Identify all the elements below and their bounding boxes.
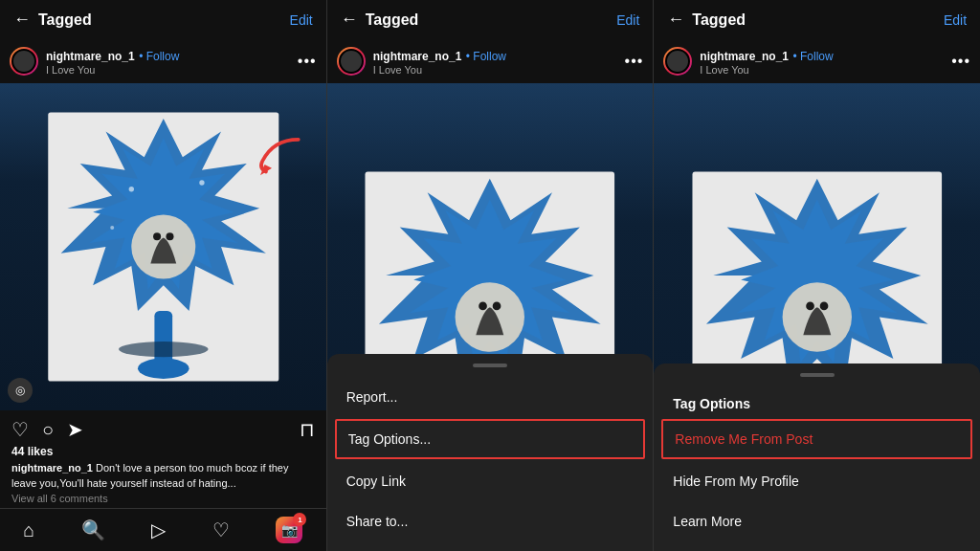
- avatar-image-3: [665, 49, 690, 74]
- learn-more-button[interactable]: Learn More: [654, 501, 980, 541]
- more-options-button-2[interactable]: •••: [625, 53, 644, 70]
- svg-point-2: [153, 232, 161, 240]
- panel-1: ← Tagged Edit nightmare_no_1 • Follow I …: [0, 0, 327, 551]
- view-comments-link[interactable]: View all 6 comments: [11, 493, 315, 504]
- like-button[interactable]: ♡: [11, 418, 29, 441]
- more-options-button-3[interactable]: •••: [951, 53, 970, 70]
- nav-reels-button[interactable]: ▷: [151, 518, 166, 541]
- share-button[interactable]: ➤: [67, 418, 83, 441]
- user-info-3: nightmare_no_1 • Follow I Love You: [700, 47, 944, 76]
- follow-button[interactable]: • Follow: [139, 50, 179, 63]
- follow-button-2[interactable]: • Follow: [466, 50, 506, 63]
- tag-options-title: Tag Options: [654, 386, 980, 417]
- panel2-header: ← Tagged Edit: [327, 0, 654, 39]
- app-container: ← Tagged Edit nightmare_no_1 • Follow I …: [0, 0, 980, 551]
- header-left: ← Tagged: [13, 10, 92, 30]
- comment-button[interactable]: ○: [42, 419, 54, 441]
- user-info: nightmare_no_1 • Follow I Love You: [46, 47, 290, 76]
- back-button-2[interactable]: ←: [341, 10, 358, 30]
- page-title: Tagged: [38, 11, 92, 29]
- username-row-2: nightmare_no_1 • Follow: [373, 47, 617, 64]
- save-button[interactable]: ⊓: [300, 418, 315, 441]
- avatar-3: [663, 47, 692, 76]
- user-info-2: nightmare_no_1 • Follow I Love You: [373, 47, 617, 76]
- tag-options-button[interactable]: Tag Options...: [335, 419, 646, 459]
- post-subtitle-3: I Love You: [700, 64, 944, 76]
- edit-button[interactable]: Edit: [290, 12, 313, 28]
- location-button[interactable]: ◎: [8, 378, 33, 403]
- svg-point-5: [138, 359, 189, 379]
- svg-point-7: [199, 180, 204, 185]
- nav-bar: ⌂ 🔍 ▷ ♡ 📷 1: [0, 508, 326, 551]
- post-header: nightmare_no_1 • Follow I Love You •••: [0, 39, 326, 83]
- panel3-header: ← Tagged Edit: [654, 0, 980, 39]
- likes-count: 44 likes: [11, 445, 315, 458]
- svg-point-13: [479, 302, 487, 311]
- post-subtitle: I Love You: [46, 64, 290, 76]
- caption-username[interactable]: nightmare_no_1: [11, 462, 93, 474]
- svg-point-3: [166, 232, 173, 240]
- header-left-3: ← Tagged: [667, 10, 746, 30]
- username-row: nightmare_no_1 • Follow: [46, 47, 290, 64]
- sheet-handle-3: [800, 373, 835, 377]
- sheet-handle: [473, 364, 507, 367]
- username-row-3: nightmare_no_1 • Follow: [700, 47, 944, 64]
- post-caption: nightmare_no_1 Don't love a person too m…: [11, 461, 315, 491]
- nav-activity-button[interactable]: ♡: [212, 518, 230, 541]
- post-header-2: nightmare_no_1 • Follow I Love You •••: [327, 39, 654, 83]
- report-button[interactable]: Report...: [327, 377, 654, 417]
- follow-button-3[interactable]: • Follow: [793, 50, 834, 63]
- edit-button-2[interactable]: Edit: [616, 12, 639, 28]
- nav-home-button[interactable]: ⌂: [23, 519, 34, 541]
- panel-3: ← Tagged Edit nightmare_no_1 • Follow I …: [654, 0, 980, 551]
- svg-point-20: [820, 302, 829, 311]
- hide-from-profile-button[interactable]: Hide From My Profile: [654, 461, 980, 501]
- back-button-3[interactable]: ←: [667, 10, 684, 30]
- artwork-svg: [25, 99, 302, 394]
- svg-point-6: [128, 187, 133, 191]
- header-left-2: ← Tagged: [341, 10, 419, 30]
- avatar-2: [337, 47, 366, 76]
- username[interactable]: nightmare_no_1: [46, 50, 135, 63]
- username-3[interactable]: nightmare_no_1: [700, 50, 789, 63]
- compass-icon: ◎: [15, 384, 25, 397]
- avatar-image: [11, 49, 36, 74]
- svg-point-9: [118, 342, 208, 357]
- bottom-sheet-3: Tag Options Remove Me From Post Hide Fro…: [654, 364, 980, 551]
- panel-2: ← Tagged Edit nightmare_no_1 • Follow I …: [327, 0, 655, 551]
- post-subtitle-2: I Love You: [373, 64, 617, 76]
- page-title-2: Tagged: [366, 11, 419, 29]
- svg-point-14: [493, 302, 501, 311]
- post-actions: ♡ ○ ➤ ⊓ 44 likes nightmare_no_1 Don't lo…: [0, 410, 326, 508]
- post-header-3: nightmare_no_1 • Follow I Love You •••: [654, 39, 980, 83]
- bottom-sheet-2: Report... Tag Options... Copy Link Share…: [327, 354, 654, 551]
- action-bar: ♡ ○ ➤ ⊓: [11, 418, 315, 441]
- edit-button-3[interactable]: Edit: [944, 12, 967, 28]
- back-button[interactable]: ←: [13, 10, 31, 30]
- nav-profile-button[interactable]: 📷 1: [276, 517, 302, 543]
- share-to-button[interactable]: Share to...: [327, 501, 654, 541]
- svg-point-19: [806, 302, 814, 311]
- more-options-button[interactable]: •••: [298, 53, 317, 70]
- nav-search-button[interactable]: 🔍: [81, 518, 105, 541]
- svg-point-8: [110, 226, 114, 230]
- post-image: ◎: [0, 83, 326, 410]
- username-2[interactable]: nightmare_no_1: [373, 50, 462, 63]
- copy-link-button[interactable]: Copy Link: [327, 461, 654, 501]
- remove-from-post-button[interactable]: Remove Me From Post: [661, 419, 972, 459]
- panel1-header: ← Tagged Edit: [0, 0, 326, 39]
- avatar-image-2: [339, 49, 364, 74]
- avatar: [10, 47, 38, 76]
- notification-badge: 1: [293, 513, 306, 526]
- page-title-3: Tagged: [692, 11, 746, 29]
